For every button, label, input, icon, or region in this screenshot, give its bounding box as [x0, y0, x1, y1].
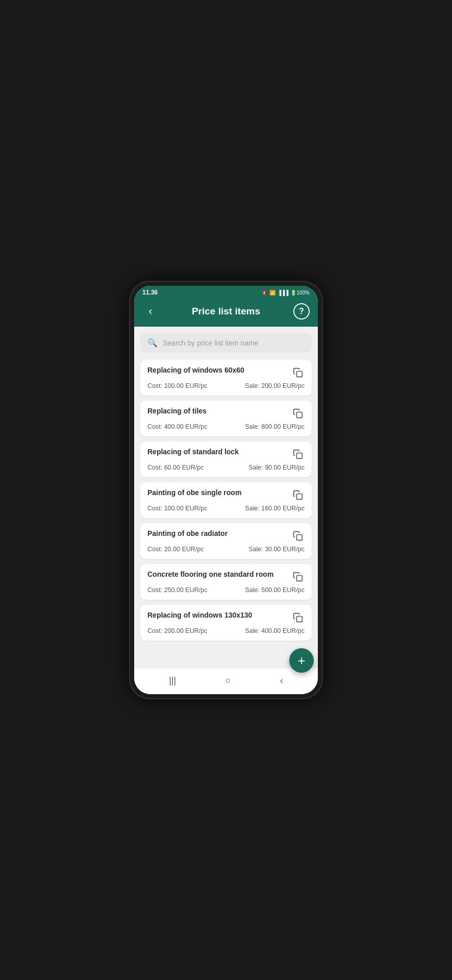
svg-rect-3: [297, 494, 303, 500]
item-header: Replacing of windows 130x130: [147, 611, 305, 624]
item-prices: Cost: 20.00 EUR/pc Sale: 30.00 EUR/pc: [147, 546, 305, 553]
item-prices: Cost: 250.00 EUR/pc Sale: 500.00 EUR/pc: [147, 586, 305, 594]
svg-rect-1: [297, 412, 303, 418]
copy-button[interactable]: [291, 529, 305, 543]
item-sale: Sale: 400.00 EUR/pc: [245, 627, 305, 634]
item-header: Concrete flooring one standard room: [147, 570, 305, 583]
item-cost: Cost: 400.00 EUR/pc: [147, 423, 207, 430]
phone-frame: 11.36 🔇 📶 ▐▐▐ 🔋100% ‹ Price list items ?…: [129, 281, 323, 699]
item-prices: Cost: 400.00 EUR/pc Sale: 800.00 EUR/pc: [147, 423, 305, 430]
item-header: Painting of obe single room: [147, 488, 305, 502]
svg-rect-5: [297, 576, 303, 581]
list-item[interactable]: Replacing of windows 60x60 Cost: 100.00 …: [140, 360, 312, 396]
item-header: Replacing of windows 60x60: [147, 366, 305, 379]
add-item-fab[interactable]: +: [289, 648, 314, 668]
item-prices: Cost: 200.00 EUR/pc Sale: 400.00 EUR/pc: [147, 627, 305, 634]
item-cost: Cost: 20.00 EUR/pc: [147, 546, 204, 553]
list-item[interactable]: Replacing of tiles Cost: 400.00 EUR/pc S…: [140, 401, 312, 436]
copy-button[interactable]: [291, 611, 305, 624]
item-sale: Sale: 30.00 EUR/pc: [248, 546, 305, 553]
list-item[interactable]: Painting of obe radiator Cost: 20.00 EUR…: [140, 523, 312, 559]
item-prices: Cost: 60.00 EUR/pc Sale: 90.00 EUR/pc: [147, 464, 305, 471]
copy-button[interactable]: [291, 570, 305, 583]
list-item[interactable]: Painting of obe single room Cost: 100.00…: [140, 482, 312, 518]
phone-screen: 11.36 🔇 📶 ▐▐▐ 🔋100% ‹ Price list items ?…: [134, 286, 318, 694]
svg-rect-0: [297, 372, 303, 377]
status-bar: 11.36 🔇 📶 ▐▐▐ 🔋100%: [134, 286, 318, 298]
copy-button[interactable]: [291, 448, 305, 461]
item-cost: Cost: 200.00 EUR/pc: [147, 627, 207, 634]
top-bar: ‹ Price list items ?: [134, 298, 318, 327]
scroll-content: 🔍 Search by price list item name Replaci…: [134, 327, 318, 668]
item-prices: Cost: 100.00 EUR/pc Sale: 200.00 EUR/pc: [147, 382, 305, 389]
svg-rect-2: [297, 453, 303, 459]
mute-icon: 🔇: [261, 290, 267, 296]
svg-rect-4: [297, 535, 303, 541]
item-sale: Sale: 500.00 EUR/pc: [245, 586, 305, 594]
item-name: Painting of obe single room: [147, 488, 291, 497]
item-header: Replacing of tiles: [147, 407, 305, 420]
copy-button[interactable]: [291, 407, 305, 420]
item-sale: Sale: 90.00 EUR/pc: [248, 464, 305, 471]
item-name: Concrete flooring one standard room: [147, 570, 291, 578]
item-sale: Sale: 160.00 EUR/pc: [245, 505, 305, 512]
bottom-nav: ||| ○ ‹: [134, 668, 318, 694]
item-name: Replacing of windows 60x60: [147, 366, 291, 374]
help-button[interactable]: ?: [293, 303, 310, 320]
item-name: Replacing of windows 130x130: [147, 611, 291, 619]
list-item[interactable]: Replacing of standard lock Cost: 60.00 E…: [140, 442, 312, 477]
item-name: Replacing of tiles: [147, 407, 291, 415]
battery-icon: 🔋100%: [290, 290, 310, 296]
svg-rect-6: [297, 617, 303, 622]
item-cost: Cost: 100.00 EUR/pc: [147, 382, 207, 389]
back-button[interactable]: ‹: [142, 305, 159, 318]
wifi-icon: 📶: [269, 290, 275, 296]
nav-home-button[interactable]: ○: [217, 673, 239, 688]
search-input-placeholder[interactable]: Search by price list item name: [163, 339, 259, 347]
item-name: Replacing of standard lock: [147, 448, 291, 456]
page-title: Price list items: [159, 306, 293, 317]
status-time: 11.36: [142, 289, 158, 296]
copy-button[interactable]: [291, 488, 305, 502]
item-prices: Cost: 100.00 EUR/pc Sale: 160.00 EUR/pc: [147, 505, 305, 512]
item-cost: Cost: 250.00 EUR/pc: [147, 586, 207, 594]
item-cost: Cost: 100.00 EUR/pc: [147, 505, 207, 512]
item-sale: Sale: 200.00 EUR/pc: [245, 382, 305, 389]
status-icons: 🔇 📶 ▐▐▐ 🔋100%: [261, 290, 310, 296]
nav-back-button[interactable]: ‹: [272, 673, 291, 688]
copy-button[interactable]: [291, 366, 305, 379]
nav-menu-button[interactable]: |||: [161, 673, 184, 688]
list-item[interactable]: Concrete flooring one standard room Cost…: [140, 564, 312, 600]
search-bar[interactable]: 🔍 Search by price list item name: [140, 333, 312, 353]
item-sale: Sale: 800.00 EUR/pc: [245, 423, 305, 430]
item-cost: Cost: 60.00 EUR/pc: [147, 464, 204, 471]
item-header: Painting of obe radiator: [147, 529, 305, 543]
list-item[interactable]: Replacing of windows 130x130 Cost: 200.0…: [140, 605, 312, 641]
search-icon: 🔍: [147, 338, 158, 348]
item-name: Painting of obe radiator: [147, 529, 291, 537]
signal-icon: ▐▐▐: [278, 290, 288, 296]
items-list: Replacing of windows 60x60 Cost: 100.00 …: [140, 360, 312, 641]
item-header: Replacing of standard lock: [147, 448, 305, 461]
